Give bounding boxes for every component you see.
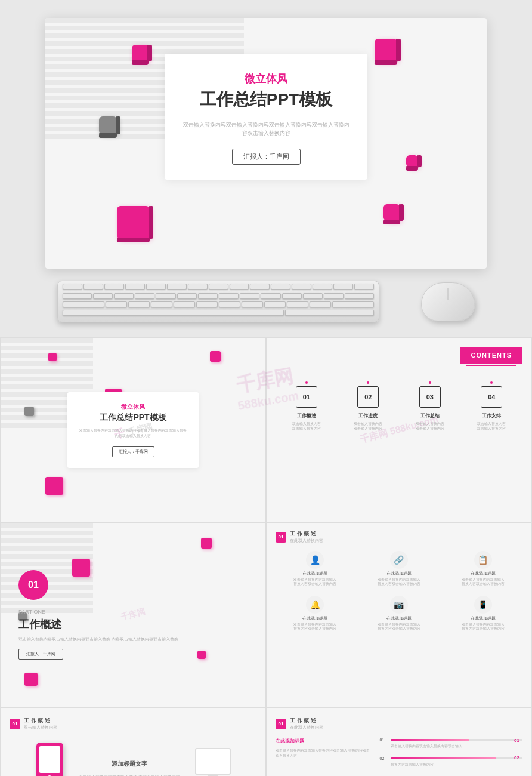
- device-header: 01 工 作 概 述 双击输入替换内容: [10, 717, 256, 731]
- device-phone-icon: [36, 743, 63, 776]
- contents-title-02: 工作进度: [344, 412, 392, 419]
- mini-slide-device: 01 工 作 概 述 双击输入替换内容 双击输入替换内容双击输入替换内容 添加标…: [0, 707, 266, 776]
- icon-title-3: 在此添加标题: [443, 571, 522, 577]
- mouse: [421, 282, 475, 321]
- icon-title-5: 在此添加标题: [360, 616, 439, 621]
- contents-item-04: 04 工作安排 双击输入替换内容双击输入替换内容: [468, 381, 515, 432]
- icon-item-2: 🔗 在此添加标题 双击输入替换内容双击输入替换内容双击输入替换内容: [360, 551, 439, 586]
- contents-num-02: 02: [357, 386, 379, 408]
- device-sub: 双击输入替换内容: [24, 725, 57, 731]
- icon-item-4: 🔔 在此添加标题 双击输入替换内容双击输入替换内容双击输入替换内容: [276, 596, 355, 631]
- chart-bars-area: 01 双击输入替换内容双击输入替换内容双击输入 02: [380, 738, 522, 768]
- mini-slide-contents: CONTENTS 01 工作概述 双击输入替换内容双击输入替换内容 02 工作进…: [266, 337, 532, 522]
- top-section: 微立体风 工作总结PPT模板 双击输入替换内容双击输入替换内容双击输入替换内容双…: [0, 18, 532, 322]
- contents-title-01: 工作概述: [283, 412, 330, 419]
- contents-title-03: 工作总结: [406, 412, 454, 419]
- icon-person: 👤: [306, 551, 324, 569]
- slide-main-title: 工作总结PPT模板: [183, 88, 349, 111]
- reporter-box: 汇报人：千库网: [232, 149, 301, 165]
- contents-items: 01 工作概述 双击输入替换内容双击输入替换内容 02 工作进度 双击输入替换内…: [276, 381, 522, 432]
- icons-header: 01 工 作 概 述 在此双入替换内容: [276, 530, 522, 544]
- keyboard: [57, 281, 379, 322]
- chart-sub: 在此双入替换内容: [290, 725, 323, 731]
- mini-cube-1: [48, 353, 57, 361]
- icon-desc-4: 双击输入替换内容双击输入替换内容双击输入替换内容: [276, 623, 355, 631]
- part-desc: 双击输入替换内容双击输入替换内容双击输入替换 内容双击输入替换内容双击输入替换: [18, 636, 178, 643]
- part-num: 01: [18, 570, 48, 600]
- chart-add-title: 在此添加标题: [276, 738, 371, 744]
- mini-slide-icons: 01 工 作 概 述 在此双入替换内容 👤 在此添加标题 双击输入替换内容双击输…: [266, 522, 532, 707]
- contents-desc-03: 双击输入替换内容双击输入替换内容: [406, 421, 454, 432]
- device-add-title: 添加标题文字: [79, 760, 180, 768]
- icon-title-1: 在此添加标题: [276, 571, 355, 577]
- icon-desc-5: 双击输入替换内容双击输入替换内容双击输入替换内容: [360, 623, 439, 631]
- part-label: PART ONE: [18, 609, 178, 615]
- icon-item-1: 👤 在此添加标题 双击输入替换内容双击输入替换内容双击输入替换内容: [276, 551, 355, 586]
- cube-right-mid: [406, 155, 418, 167]
- contents-title-04: 工作安排: [468, 412, 515, 419]
- cube-bottom-left-large: [117, 206, 150, 239]
- chart-desc: 双击输入替换内容双击输入替换内容双击输入 替换内容双击输入替换内容: [276, 748, 371, 759]
- mini-part-stripes-r: [199, 523, 265, 707]
- icon-item-3: 📋 在此添加标题 双击输入替换内容双击输入替换内容双击输入替换内容: [443, 551, 522, 586]
- chart-header: 01 工 作 概 述 在此双入替换内容: [276, 717, 522, 731]
- mini-stripes-right: [212, 338, 265, 522]
- icon-desc-1: 双击输入替换内容双击输入替换内容双击输入替换内容: [276, 578, 355, 586]
- contents-item-01: 01 工作概述 双击输入替换内容双击输入替换内容: [283, 381, 330, 432]
- mini-cube-4: [45, 477, 63, 495]
- icons-num-badge: 01: [276, 532, 286, 543]
- mini-cube-3: [210, 351, 221, 362]
- device-desc1: 双击输入替换内容双击输入替换 内容双击输入替换内容: [79, 774, 180, 776]
- icon-desc-3: 双击输入替换内容双击输入替换内容双击输入替换内容: [443, 578, 522, 586]
- mini-reporter: 汇报人：千库网: [112, 446, 154, 457]
- icon-link: 🔗: [390, 551, 408, 569]
- cube-right-bottom: [383, 204, 400, 221]
- contents-desc-04: 双击输入替换内容双击输入替换内容: [468, 421, 515, 432]
- contents-num-03: 03: [419, 386, 441, 408]
- mini-slide-part: 01 PART ONE 工作概述 双击输入替换内容双击输入替换内容双击输入替换 …: [0, 522, 266, 707]
- icon-desc-2: 双击输入替换内容双击输入替换内容双击输入替换内容: [360, 578, 439, 586]
- center-card: 微立体风 工作总结PPT模板 双击输入替换内容双击输入替换内容双击输入替换内容双…: [165, 54, 367, 180]
- chart-right-nums: 01 02: [514, 738, 519, 760]
- mini-slide-title: 微立体风 工作总结PPT模板 双击输入替换内容双击输入替换内容双击输入替换内容双…: [0, 337, 266, 522]
- slide-description: 双击输入替换内容双击输入替换内容双击输入替换内容双击输入替换内容双击输入替换内容: [183, 121, 349, 138]
- contents-item-03: 03 工作总结 双击输入替换内容双击输入替换内容: [406, 381, 454, 432]
- mini-main-title: 工作总结PPT模板: [79, 412, 187, 423]
- cube-gray-left: [99, 116, 117, 134]
- icons-section: 工 作 概 述: [290, 530, 323, 538]
- device-num-badge: 01: [10, 719, 20, 729]
- icon-clipboard: 📋: [474, 551, 492, 569]
- contents-badge: CONTENTS: [460, 347, 523, 364]
- mini-desc: 双击输入替换内容双击输入替换内容双击输入替换内容双击输入替换内容双击输入替换内容: [79, 428, 187, 439]
- part-cube-3: [197, 651, 206, 659]
- contents-num-04: 04: [481, 386, 502, 408]
- icon-title-2: 在此添加标题: [360, 571, 439, 577]
- contents-header: CONTENTS: [276, 347, 522, 364]
- keyboard-area: [45, 281, 487, 322]
- cube-top-right: [375, 39, 397, 61]
- device-monitor-icon: [195, 748, 231, 775]
- slide-subtitle-pink: 微立体风: [183, 72, 349, 86]
- chart-section: 工 作 概 述: [290, 717, 323, 725]
- slide-main: 微立体风 工作总结PPT模板 双击输入替换内容双击输入替换内容双击输入替换内容双…: [45, 18, 487, 269]
- mini-subtitle-pink: 微立体风: [79, 403, 187, 411]
- icons-sub: 在此双入替换内容: [290, 538, 323, 544]
- icon-title-6: 在此添加标题: [443, 616, 522, 621]
- contents-item-02: 02 工作进度 双击输入替换内容双击输入替换内容: [344, 381, 392, 432]
- icon-title-4: 在此添加标题: [276, 616, 355, 621]
- contents-desc-02: 双击输入替换内容双击输入替换内容: [344, 421, 392, 432]
- cube-top-left: [132, 45, 149, 61]
- mini-cube-gray: [24, 407, 34, 416]
- icon-bell: 🔔: [306, 596, 324, 614]
- icon-phone: 📱: [474, 596, 492, 614]
- icon-desc-6: 双击输入替换内容双击输入替换内容双击输入替换内容: [443, 623, 522, 631]
- contents-desc-01: 双击输入替换内容双击输入替换内容: [283, 421, 330, 432]
- icon-item-5: 📷 在此添加标题 双击输入替换内容双击输入替换内容双击输入替换内容: [360, 596, 439, 631]
- part-reporter: 汇报人：千库网: [18, 649, 63, 660]
- part-title: 工作概述: [18, 617, 178, 632]
- slides-grid: 微立体风 工作总结PPT模板 双击输入替换内容双击输入替换内容双击输入替换内容双…: [0, 337, 532, 776]
- mini-center-card: 微立体风 工作总结PPT模板 双击输入替换内容双击输入替换内容双击输入替换内容双…: [67, 392, 199, 468]
- chart-num-badge: 01: [276, 719, 286, 729]
- part-cube-4: [24, 673, 38, 686]
- part-cube-2: [201, 538, 212, 549]
